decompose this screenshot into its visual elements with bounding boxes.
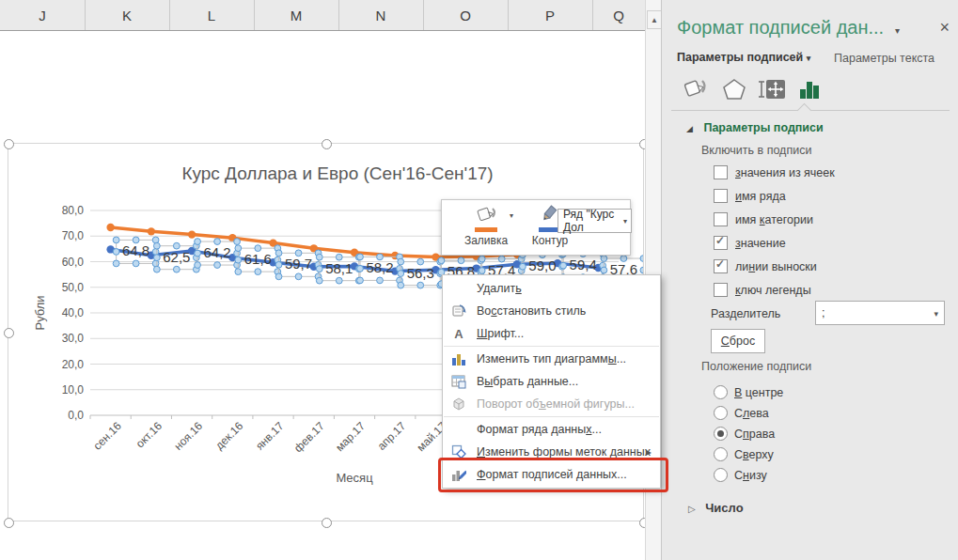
radio-position-below[interactable]: Снизу bbox=[714, 468, 767, 482]
svg-text:59,0: 59,0 bbox=[528, 257, 556, 273]
svg-text:40,0: 40,0 bbox=[62, 306, 85, 319]
unchecked-checkbox-icon[interactable] bbox=[714, 189, 728, 203]
svg-text:сен.16: сен.16 bbox=[90, 419, 124, 453]
menu-separator bbox=[444, 346, 659, 347]
radio-position-left[interactable]: Слева bbox=[714, 406, 769, 420]
unchecked-checkbox-icon[interactable] bbox=[714, 212, 728, 226]
checkbox-category-name[interactable]: имя категории bbox=[714, 212, 813, 226]
menu-item-reset-style[interactable]: Восстановить стиль bbox=[443, 300, 660, 322]
checkbox-series-name[interactable]: имя ряда bbox=[714, 189, 786, 203]
svg-text:ноя.16: ноя.16 bbox=[172, 419, 206, 453]
format-task-pane: Формат подписей дан... ▾ × Параметры под… bbox=[661, 0, 958, 560]
none bbox=[450, 280, 467, 297]
menu-item-label: Шрифт... bbox=[477, 327, 524, 340]
column-header-M[interactable]: M bbox=[254, 0, 339, 30]
chart-type-icon bbox=[450, 350, 467, 367]
reset-button[interactable]: Сброс bbox=[711, 329, 765, 353]
menu-item-3d-rotation: Поворот объемной фигуры... bbox=[443, 393, 660, 415]
menu-item-format-data-series[interactable]: Формат ряда данных... bbox=[443, 418, 660, 441]
context-menu: УдалитьВосстановить стильАШрифт...Измени… bbox=[442, 274, 661, 489]
column-header-K[interactable]: K bbox=[85, 0, 170, 30]
svg-text:мар.17: мар.17 bbox=[333, 419, 368, 454]
menu-item-label: Поворот объемной фигуры... bbox=[477, 397, 635, 411]
fill-dropdown-caret[interactable]: ▾ bbox=[510, 211, 513, 220]
svg-text:80,0: 80,0 bbox=[62, 204, 85, 217]
separator-combobox[interactable]: ; ▾ bbox=[815, 301, 945, 325]
menu-item-font[interactable]: АШрифт... bbox=[443, 322, 660, 345]
svg-text:59,4: 59,4 bbox=[570, 257, 597, 272]
unchecked-checkbox-icon[interactable] bbox=[714, 283, 728, 297]
chevron-down-icon: ▾ bbox=[934, 309, 938, 319]
checkbox-legend-key[interactable]: ключ легенды bbox=[714, 283, 811, 297]
checkbox-leader-lines[interactable]: ✓линии выноски bbox=[714, 259, 817, 273]
svg-text:50,0: 50,0 bbox=[62, 281, 85, 294]
column-header-L[interactable]: L bbox=[169, 0, 255, 30]
close-icon[interactable]: × bbox=[939, 19, 950, 36]
chart-resize-handle[interactable] bbox=[322, 139, 332, 149]
label-position-header: Положение подписи bbox=[701, 360, 811, 373]
fill-button[interactable]: ▾ Заливка bbox=[457, 205, 515, 247]
checkbox-label: ключ легенды bbox=[735, 284, 811, 297]
radio-icon[interactable] bbox=[714, 406, 728, 420]
checked-checkbox-icon[interactable]: ✓ bbox=[714, 259, 728, 273]
radio-icon[interactable] bbox=[714, 468, 728, 482]
svg-text:окт.16: окт.16 bbox=[133, 419, 165, 450]
none bbox=[450, 421, 467, 438]
svg-text:64,8: 64,8 bbox=[122, 242, 149, 258]
checkbox-value[interactable]: ✓значение bbox=[714, 236, 786, 250]
checkbox-label: значения из ячеек bbox=[735, 166, 835, 179]
separator-label: Разделитель bbox=[711, 307, 780, 320]
svg-text:10,0: 10,0 bbox=[62, 383, 85, 397]
svg-text:30,0: 30,0 bbox=[62, 332, 85, 345]
chart-resize-handle[interactable] bbox=[4, 518, 14, 528]
checkbox-label: линии выноски bbox=[735, 260, 817, 273]
chart-resize-handle[interactable] bbox=[4, 139, 14, 149]
section-number[interactable]: ▷ Число bbox=[688, 501, 744, 515]
chart-element-selector[interactable]: Ряд "Курс Дол ▾ bbox=[558, 209, 632, 233]
radio-position-above[interactable]: Сверху bbox=[714, 447, 774, 461]
section-label-options[interactable]: ◢ Параметры подписи bbox=[686, 121, 824, 134]
fill-icon[interactable] bbox=[679, 73, 711, 105]
scroll-up-button[interactable]: ▲ bbox=[647, 10, 662, 29]
svg-text:дек.16: дек.16 bbox=[212, 419, 245, 452]
radio-position-center[interactable]: В центре bbox=[714, 385, 783, 399]
outline-label: Контур bbox=[523, 234, 577, 247]
selected-radio-icon[interactable] bbox=[714, 427, 728, 441]
svg-text:58,2: 58,2 bbox=[366, 259, 393, 275]
menu-separator bbox=[444, 416, 659, 417]
svg-text:60,0: 60,0 bbox=[62, 256, 85, 269]
checkbox-label: имя ряда bbox=[735, 190, 786, 203]
reset-style-icon bbox=[450, 303, 467, 319]
pane-title-dropdown-icon[interactable]: ▾ bbox=[895, 25, 900, 36]
column-header-N[interactable]: N bbox=[338, 0, 424, 30]
menu-item-select-data[interactable]: Выбрать данные... bbox=[443, 370, 660, 393]
label-options-icon[interactable] bbox=[793, 73, 825, 105]
svg-text:61,6: 61,6 bbox=[244, 251, 272, 267]
checked-checkbox-icon[interactable]: ✓ bbox=[714, 236, 728, 250]
radio-icon[interactable] bbox=[714, 385, 728, 399]
collapse-triangle-icon: ◢ bbox=[686, 124, 693, 133]
menu-item-label: Изменить формы меток данных bbox=[477, 445, 651, 459]
svg-text:0,0: 0,0 bbox=[68, 409, 84, 422]
checkbox-values-from-cells[interactable]: значения из ячеек bbox=[714, 165, 835, 179]
unchecked-checkbox-icon[interactable] bbox=[714, 165, 728, 179]
chart-resize-handle[interactable] bbox=[322, 518, 332, 528]
effects-icon[interactable] bbox=[718, 73, 750, 105]
radio-label: Справа bbox=[734, 428, 775, 441]
menu-item-change-chart-type[interactable]: Изменить тип диаграммы... bbox=[443, 348, 660, 370]
svg-text:56,3: 56,3 bbox=[407, 265, 434, 281]
radio-icon[interactable] bbox=[714, 447, 728, 461]
column-header-Q[interactable]: Q bbox=[592, 0, 646, 30]
svg-text:59,7: 59,7 bbox=[285, 256, 312, 272]
tab-text-options[interactable]: Параметры текста bbox=[834, 52, 934, 65]
column-header-O[interactable]: O bbox=[423, 0, 509, 30]
column-header-J[interactable]: J bbox=[0, 0, 86, 30]
chart-resize-handle[interactable] bbox=[4, 328, 14, 338]
size-properties-icon[interactable] bbox=[757, 73, 789, 105]
tab-label-options[interactable]: Параметры подписей ▾ bbox=[677, 51, 810, 64]
fill-label: Заливка bbox=[457, 234, 515, 247]
menu-item-delete[interactable]: Удалить bbox=[443, 277, 660, 300]
column-header-P[interactable]: P bbox=[508, 0, 593, 30]
radio-position-right[interactable]: Справа bbox=[714, 427, 775, 441]
svg-text:апр.17: апр.17 bbox=[375, 419, 409, 453]
